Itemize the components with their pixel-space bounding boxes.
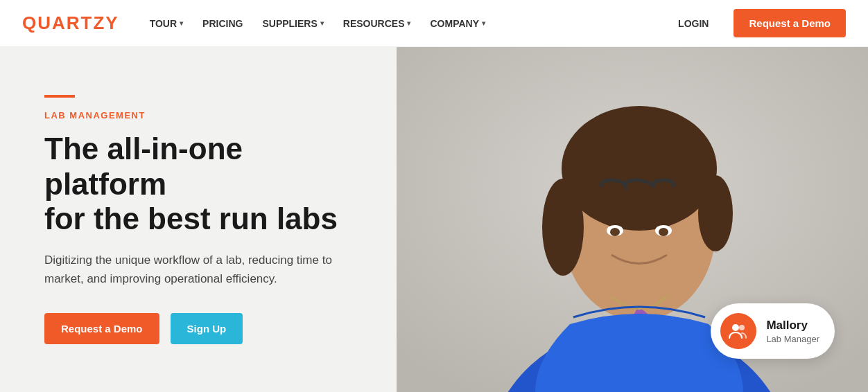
hero-title: The all-in-one platform for the best run… — [44, 132, 344, 237]
mallory-role: Lab Manager — [766, 334, 819, 344]
svg-point-10 — [659, 228, 668, 236]
nav-company-label: COMPANY — [430, 18, 479, 29]
svg-point-5 — [542, 179, 584, 276]
nav-resources-label: RESOURCES — [343, 18, 405, 29]
login-button[interactable]: LOGIN — [667, 12, 720, 35]
nav-pricing-label: PRICING — [202, 18, 243, 29]
svg-point-11 — [732, 324, 739, 331]
mallory-info: Mallory Lab Manager — [766, 319, 819, 344]
svg-point-6 — [698, 175, 733, 251]
nav-request-demo-button[interactable]: Request a Demo — [734, 9, 846, 37]
nav-resources[interactable]: RESOURCES ▾ — [335, 12, 419, 35]
hero-title-line2: for the best run labs — [44, 202, 338, 235]
nav-pricing[interactable]: PRICING — [194, 12, 251, 35]
people-icon — [729, 321, 748, 341]
mallory-badge: Mallory Lab Manager — [711, 303, 835, 359]
nav-suppliers[interactable]: SUPPLIERS ▾ — [254, 12, 331, 35]
svg-point-9 — [610, 228, 620, 236]
chevron-down-icon: ▾ — [320, 19, 324, 27]
hero-tag: LAB MANAGEMENT — [44, 110, 344, 121]
nav-tour-label: TOUR — [150, 18, 177, 29]
chevron-down-icon: ▾ — [482, 19, 485, 27]
accent-line — [44, 95, 75, 98]
mallory-name: Mallory — [766, 319, 819, 332]
chevron-down-icon: ▾ — [180, 19, 183, 27]
hero-signup-button[interactable]: Sign Up — [171, 313, 243, 344]
hero-subtitle: Digitizing the unique workflow of a lab,… — [44, 251, 336, 288]
brand-logo[interactable]: QUARTZY — [22, 12, 119, 34]
svg-point-4 — [562, 106, 717, 231]
nav-tour[interactable]: TOUR ▾ — [141, 12, 191, 35]
hero-section: LAB MANAGEMENT The all-in-one platform f… — [0, 47, 868, 392]
chevron-down-icon: ▾ — [407, 19, 410, 27]
hero-request-demo-button[interactable]: Request a Demo — [44, 313, 159, 344]
navbar: QUARTZY TOUR ▾ PRICING SUPPLIERS ▾ RESOU… — [0, 0, 868, 47]
hero-content: LAB MANAGEMENT The all-in-one platform f… — [0, 62, 388, 377]
hero-buttons: Request a Demo Sign Up — [44, 313, 344, 344]
nav-company[interactable]: COMPANY ▾ — [422, 12, 494, 35]
nav-suppliers-label: SUPPLIERS — [262, 18, 317, 29]
svg-point-12 — [739, 325, 745, 330]
nav-links: TOUR ▾ PRICING SUPPLIERS ▾ RESOURCES ▾ C… — [141, 12, 661, 35]
mallory-avatar-icon — [720, 313, 756, 349]
hero-title-line1: The all-in-one platform — [44, 132, 243, 201]
